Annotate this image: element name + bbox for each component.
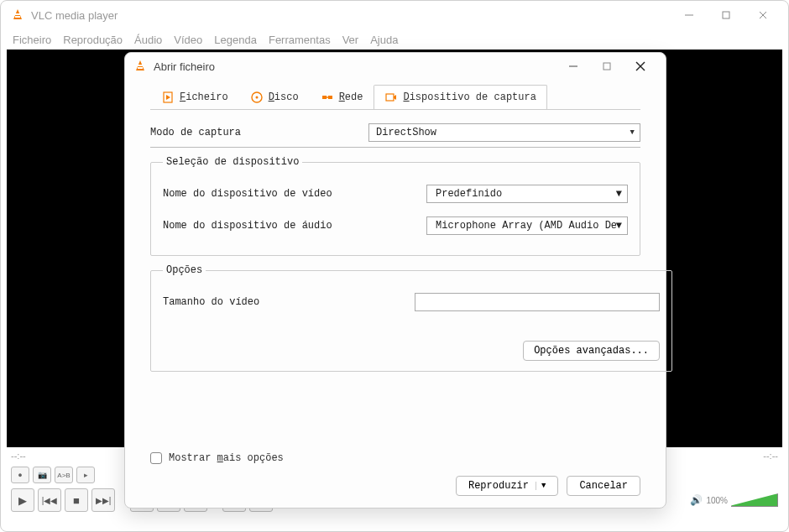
options-group-legend: Opções bbox=[163, 264, 206, 276]
video-size-input[interactable] bbox=[415, 293, 660, 311]
device-group-legend: Seleção de dispositivo bbox=[163, 156, 302, 168]
cancel-button[interactable]: Cancelar bbox=[567, 476, 640, 496]
time-total: --:-- bbox=[763, 451, 778, 461]
dialog-footer: Mostrar mais opções Reproduzir ▼ Cancela… bbox=[125, 444, 666, 508]
svg-rect-13 bbox=[328, 96, 332, 99]
svg-point-11 bbox=[255, 96, 258, 99]
video-device-select[interactable]: Predefinido ▼ bbox=[426, 185, 628, 203]
svg-rect-5 bbox=[604, 63, 610, 70]
tab-network[interactable]: Rede bbox=[310, 85, 374, 109]
atob-button[interactable]: A>B bbox=[55, 467, 73, 483]
speaker-icon[interactable]: 🔊 bbox=[690, 494, 703, 506]
disc-icon bbox=[250, 91, 264, 104]
show-more-checkbox[interactable] bbox=[150, 452, 162, 464]
snapshot-button[interactable]: 📷 bbox=[33, 467, 51, 483]
audio-device-value: Microphone Array (AMD Audio Device) bbox=[436, 220, 616, 232]
menu-ajuda[interactable]: Ajuda bbox=[370, 34, 398, 46]
tab-capture[interactable]: Dispositivo de captura bbox=[374, 85, 546, 109]
menu-ficheiro[interactable]: Ficheiro bbox=[13, 34, 51, 46]
tab-disc[interactable]: Disco bbox=[239, 85, 310, 109]
divider bbox=[150, 147, 640, 148]
file-icon bbox=[161, 91, 175, 104]
options-group: Opções Tamanho do vídeo Opções avançadas… bbox=[150, 264, 672, 372]
frame-button[interactable]: ▸ bbox=[76, 467, 95, 483]
main-close-button[interactable] bbox=[745, 3, 781, 28]
stop-button[interactable]: ■ bbox=[65, 488, 88, 512]
dialog-minimize-button[interactable] bbox=[556, 55, 590, 78]
next-button[interactable]: ▶▶| bbox=[91, 488, 115, 512]
play-action-button[interactable]: Reproduzir ▼ bbox=[456, 476, 558, 496]
dialog-body: Modo de captura DirectShow ▼ Seleção de … bbox=[125, 110, 666, 444]
dialog-tabs: Ficheiro Disco Rede Dispositivo de captu… bbox=[125, 80, 666, 109]
show-more-label: Mostrar mais opções bbox=[169, 452, 284, 464]
menu-reproducao[interactable]: Reprodução bbox=[63, 34, 123, 46]
audio-device-label: Nome do dispositivo de áudio bbox=[163, 220, 415, 232]
video-size-label: Tamanho do vídeo bbox=[163, 296, 415, 308]
capture-mode-select[interactable]: DirectShow ▼ bbox=[368, 123, 640, 142]
play-action-label: Reproduzir bbox=[468, 480, 529, 492]
chevron-down-icon: ▼ bbox=[616, 188, 622, 200]
svg-rect-15 bbox=[386, 94, 394, 101]
chevron-down-icon: ▼ bbox=[616, 220, 622, 232]
volume-slider[interactable] bbox=[731, 493, 778, 507]
menu-ferramentas[interactable]: Ferramentas bbox=[269, 34, 331, 46]
capture-icon bbox=[384, 91, 398, 104]
main-maximize-button[interactable] bbox=[708, 3, 745, 28]
tab-file-label-rest: icheiro bbox=[185, 91, 227, 103]
dialog-maximize-button[interactable] bbox=[590, 55, 624, 78]
chevron-down-icon: ▼ bbox=[630, 128, 635, 137]
record-button[interactable]: ● bbox=[11, 467, 29, 483]
dialog-titlebar: Abrir ficheiro bbox=[125, 53, 666, 80]
capture-mode-value: DirectShow bbox=[376, 127, 436, 138]
main-title: VLC media player bbox=[31, 9, 118, 22]
capture-mode-label: Modo de captura bbox=[150, 127, 368, 138]
audio-device-select[interactable]: Microphone Array (AMD Audio Device) ▼ bbox=[426, 216, 628, 235]
vlc-cone-icon bbox=[133, 60, 147, 73]
play-button[interactable]: ▶ bbox=[11, 488, 34, 512]
open-file-dialog: Abrir ficheiro Ficheiro Disco bbox=[124, 52, 666, 509]
advanced-options-button[interactable]: Opções avançadas... bbox=[523, 341, 660, 361]
svg-rect-12 bbox=[322, 96, 327, 99]
main-menubar: Ficheiro Reprodução Áudio Vídeo Legenda … bbox=[1, 29, 788, 50]
main-minimize-button[interactable] bbox=[671, 3, 708, 28]
device-selection-group: Seleção de dispositivo Nome do dispositi… bbox=[150, 156, 640, 256]
chevron-down-icon: ▼ bbox=[536, 482, 546, 490]
menu-ver[interactable]: Ver bbox=[342, 34, 359, 46]
svg-marker-9 bbox=[166, 95, 170, 100]
vlc-cone-icon bbox=[11, 8, 24, 22]
prev-button[interactable]: |◀◀ bbox=[38, 488, 61, 512]
menu-video[interactable]: Vídeo bbox=[174, 34, 202, 46]
menu-audio[interactable]: Áudio bbox=[134, 34, 162, 46]
video-device-value: Predefinido bbox=[436, 188, 502, 200]
tab-file[interactable]: Ficheiro bbox=[150, 85, 239, 109]
dialog-title: Abrir ficheiro bbox=[154, 60, 215, 73]
video-device-label: Nome do dispositivo de vídeo bbox=[163, 188, 415, 200]
time-elapsed: --:-- bbox=[11, 451, 26, 461]
svg-rect-1 bbox=[723, 12, 729, 18]
network-icon bbox=[321, 91, 334, 104]
menu-legenda[interactable]: Legenda bbox=[214, 34, 257, 46]
dialog-close-button[interactable] bbox=[624, 55, 657, 78]
main-titlebar: VLC media player bbox=[1, 1, 788, 29]
volume-label: 100% bbox=[706, 496, 728, 505]
